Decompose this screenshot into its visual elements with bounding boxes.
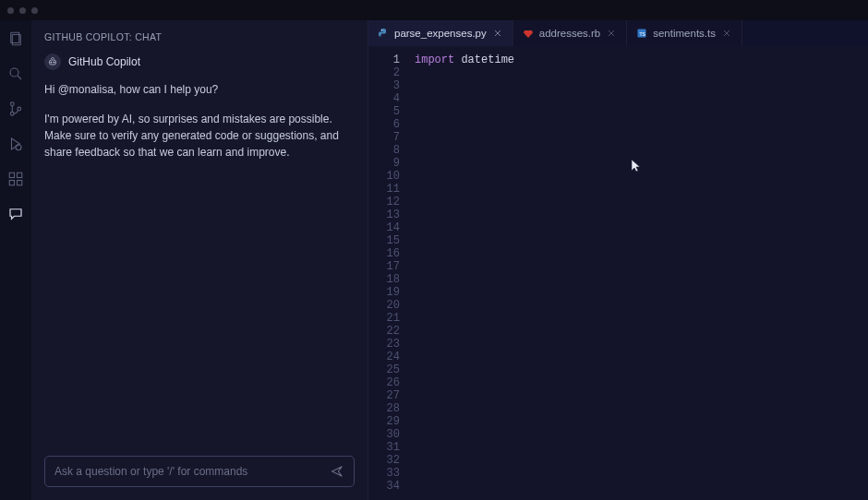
line-number: 19 [368, 286, 400, 299]
close-icon[interactable] [721, 28, 732, 39]
code-line[interactable] [407, 415, 868, 428]
line-number: 1 [368, 54, 400, 66]
line-number: 4 [368, 92, 400, 105]
chat-disclaimer: I'm powered by AI, so surprises and mist… [44, 111, 355, 161]
code-line[interactable] [407, 299, 868, 312]
tab-label: parse_expenses.py [394, 28, 487, 39]
close-icon[interactable] [606, 28, 617, 39]
line-number: 11 [368, 183, 400, 196]
tab-label: sentiments.ts [653, 28, 716, 39]
code-line[interactable] [407, 376, 868, 389]
window-titlebar [0, 0, 868, 20]
code-line[interactable] [407, 196, 868, 208]
line-number: 13 [368, 208, 400, 221]
code-line[interactable] [407, 131, 868, 144]
svg-point-6 [18, 107, 21, 111]
svg-text:TS: TS [640, 31, 646, 37]
code-line[interactable] [407, 105, 868, 118]
traffic-minimize[interactable] [19, 7, 26, 14]
code-line[interactable] [407, 428, 868, 441]
line-number: 28 [368, 402, 400, 415]
code-line[interactable] [407, 467, 868, 480]
line-number: 33 [368, 467, 400, 480]
tab-addresses[interactable]: addresses.rb [513, 20, 627, 46]
code-line[interactable] [407, 286, 868, 299]
code-line[interactable] [407, 338, 868, 351]
tab-sentiments[interactable]: TS sentiments.ts [627, 20, 742, 46]
extensions-icon[interactable] [6, 170, 25, 188]
traffic-zoom[interactable] [31, 7, 38, 14]
line-number: 3 [368, 79, 400, 92]
chat-greeting: Hi @monalisa, how can I help you? [44, 81, 355, 98]
tab-parse-expenses[interactable]: parse_expenses.py [368, 20, 513, 46]
svg-point-15 [54, 62, 54, 63]
code-line[interactable] [407, 351, 868, 363]
code-area[interactable]: 1234567891011121314151617181920212223242… [368, 46, 868, 500]
code-line[interactable] [407, 183, 868, 196]
code-line[interactable] [407, 363, 868, 376]
chat-input-field[interactable] [54, 465, 330, 478]
line-number: 16 [368, 247, 400, 260]
source-control-icon[interactable] [6, 100, 25, 118]
tab-bar: parse_expenses.py addresses.rb TS sentim… [368, 20, 868, 46]
code-line[interactable] [407, 260, 868, 273]
svg-point-2 [10, 68, 18, 77]
line-number: 9 [368, 157, 400, 170]
code-line[interactable] [407, 144, 868, 157]
code-line[interactable] [407, 480, 868, 493]
code-line[interactable]: import datetime [407, 54, 868, 66]
code-line[interactable] [407, 312, 868, 325]
line-gutter: 1234567891011121314151617181920212223242… [368, 46, 407, 500]
copilot-chat-icon[interactable] [6, 205, 25, 223]
line-number: 15 [368, 234, 400, 247]
line-number: 8 [368, 144, 400, 157]
code-line[interactable] [407, 389, 868, 402]
code-line[interactable] [407, 79, 868, 92]
traffic-close[interactable] [7, 7, 14, 14]
chat-body: GitHub Copilot Hi @monalisa, how can I h… [31, 50, 368, 456]
code-line[interactable] [407, 208, 868, 221]
chat-panel: GITHUB COPILOT: CHAT GitHub Copilot Hi @… [31, 20, 368, 500]
line-number: 25 [368, 363, 400, 376]
run-debug-icon[interactable] [6, 135, 25, 153]
line-number: 31 [368, 441, 400, 454]
tab-label: addresses.rb [539, 28, 600, 39]
code-line[interactable] [407, 92, 868, 105]
code-line[interactable] [407, 66, 868, 79]
line-number: 21 [368, 312, 400, 325]
chat-input[interactable] [44, 456, 355, 487]
editor-area: parse_expenses.py addresses.rb TS sentim… [368, 20, 868, 500]
line-number: 34 [368, 480, 400, 493]
code-line[interactable] [407, 402, 868, 415]
send-icon[interactable] [330, 464, 344, 479]
code-line[interactable] [407, 170, 868, 183]
code-line[interactable] [407, 221, 868, 234]
line-number: 5 [368, 105, 400, 118]
search-icon[interactable] [6, 65, 25, 83]
code-line[interactable] [407, 454, 868, 467]
code-line[interactable] [407, 441, 868, 454]
code-line[interactable] [407, 247, 868, 260]
code-line[interactable] [407, 157, 868, 170]
chat-header: GITHUB COPILOT: CHAT [31, 20, 368, 50]
copilot-avatar-icon [44, 54, 61, 70]
svg-point-4 [10, 102, 14, 106]
line-number: 27 [368, 389, 400, 402]
explorer-icon[interactable] [6, 30, 25, 48]
typescript-file-icon: TS [636, 28, 647, 39]
svg-rect-11 [18, 181, 22, 185]
svg-marker-19 [524, 30, 533, 38]
activity-bar [0, 20, 31, 500]
code-body[interactable]: import datetime [407, 46, 868, 500]
line-number: 10 [368, 170, 400, 183]
svg-rect-9 [9, 173, 14, 177]
code-line[interactable] [407, 234, 868, 247]
code-line[interactable] [407, 273, 868, 286]
line-number: 20 [368, 299, 400, 312]
code-line[interactable] [407, 325, 868, 338]
code-line[interactable] [407, 118, 868, 131]
line-number: 17 [368, 260, 400, 273]
line-number: 12 [368, 196, 400, 208]
close-icon[interactable] [492, 28, 503, 39]
python-file-icon [378, 28, 389, 39]
